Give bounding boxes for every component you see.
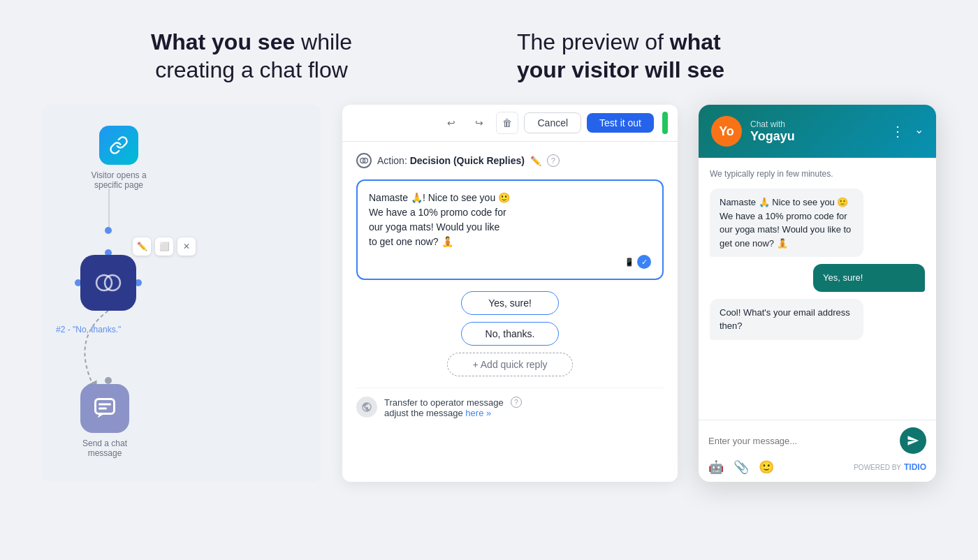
chat-node-label: Send a chatmessage — [82, 439, 127, 458]
left-header-bold: What you see — [151, 29, 295, 54]
quick-reply-1[interactable]: Yes, sure! — [461, 291, 559, 315]
flow-line-1 — [108, 189, 110, 230]
chat-node-icon — [92, 396, 117, 421]
right-header-normal: The preview of — [517, 29, 670, 54]
chat-business-name: Yogayu — [750, 129, 882, 144]
chat-node-wrapper: Send a chatmessage — [80, 384, 129, 458]
transfer-avatar — [356, 397, 377, 418]
flow-canvas: Visitor opens a specific page ✏️ ⬜ ✕ — [42, 105, 321, 482]
chat-header-actions: ⋮ ⌄ — [891, 123, 924, 140]
message-status-icon: 📱 — [625, 258, 634, 267]
chat-node[interactable] — [80, 384, 129, 433]
decision-node[interactable] — [80, 255, 136, 311]
close-button[interactable]: ✕ — [177, 237, 196, 256]
bot-message-1: Namaste 🙏 Nice to see you 🙂We have a 10%… — [710, 189, 863, 257]
action-header: Action: Decision (Quick Replies) ✏️ ? — [356, 153, 664, 168]
chat-header-info: Chat with Yogayu — [750, 119, 882, 144]
chat-widget: Yo Chat with Yogayu ⋮ ⌄ We typically rep… — [699, 105, 936, 482]
send-icon — [907, 434, 919, 447]
check-icon: ✓ — [637, 255, 651, 269]
action-help-icon[interactable]: ? — [547, 154, 560, 167]
cancel-button[interactable]: Cancel — [524, 112, 581, 133]
chevron-down-icon[interactable]: ⌄ — [914, 123, 924, 140]
tidio-logo: TIDIO — [904, 462, 926, 472]
powered-by: POWERED BY TIDIO — [854, 462, 926, 472]
action-type: Decision (Quick Replies) — [410, 155, 525, 166]
user-message: Yes, sure! — [813, 264, 925, 292]
copy-button[interactable]: ⬜ — [155, 237, 173, 256]
send-button[interactable] — [900, 427, 926, 454]
transfer-avatar-icon — [361, 401, 372, 413]
message-text: Namaste 🙏! Nice to see you 🙂We have a 10… — [369, 191, 651, 249]
action-edit-icon[interactable]: ✏️ — [530, 156, 541, 166]
transfer-sub-label: adjust the message — [384, 408, 463, 418]
flow-dot-2 — [105, 377, 112, 384]
transfer-sub: adjust the message here » — [384, 408, 522, 418]
chat-toolbar: 🤖 📎 🙂 POWERED BY TIDIO — [708, 459, 926, 475]
status-bar — [662, 112, 668, 134]
top-headers: What you see whilecreating a chat flow T… — [42, 28, 936, 84]
quick-reply-2[interactable]: No, thanks. — [461, 322, 559, 346]
decision-icon — [94, 269, 122, 297]
preview-panel: Yo Chat with Yogayu ⋮ ⌄ We typically rep… — [699, 105, 936, 482]
decision-node-wrapper — [80, 255, 136, 311]
trigger-node: Visitor opens a specific page — [84, 126, 154, 190]
link-icon — [109, 135, 129, 155]
reply-time: We typically reply in few minutes. — [710, 169, 925, 179]
editor-toolbar: ↩ ↪ 🗑 Cancel Test it out — [342, 105, 678, 142]
right-header: The preview of whatyour visitor will see — [489, 28, 936, 84]
page-wrapper: What you see whilecreating a chat flow T… — [0, 0, 978, 560]
avatar-text: Yo — [719, 124, 734, 139]
transfer-info: Transfer to operator message ? adjust th… — [384, 397, 522, 418]
chat-body: We typically reply in few minutes. Namas… — [699, 158, 936, 420]
attachment-icon[interactable]: 📎 — [734, 459, 749, 475]
transfer-help-icon[interactable]: ? — [511, 397, 522, 408]
transfer-section: Transfer to operator message ? adjust th… — [356, 388, 664, 427]
message-bubble[interactable]: Namaste 🙏! Nice to see you 🙂We have a 10… — [356, 179, 664, 280]
left-header: What you see whilecreating a chat flow — [42, 28, 489, 84]
action-type-icon — [356, 153, 372, 168]
action-buttons: ✏️ ⬜ ✕ — [133, 237, 196, 256]
transfer-title-row: Transfer to operator message ? — [384, 397, 522, 408]
transfer-link[interactable]: here » — [465, 408, 491, 418]
transfer-label: Transfer to operator message — [384, 397, 504, 408]
flow-dot-1 — [105, 227, 112, 234]
delete-button[interactable]: 🗑 — [496, 112, 518, 134]
chat-footer: 🤖 📎 🙂 POWERED BY TIDIO — [699, 420, 936, 482]
main-content: Visitor opens a specific page ✏️ ⬜ ✕ — [42, 105, 936, 482]
quick-replies-container: Yes, sure! No, thanks. + Add quick reply — [356, 291, 664, 376]
trigger-label: Visitor opens a specific page — [84, 170, 154, 190]
test-button[interactable]: Test it out — [587, 113, 654, 133]
chat-input-area — [708, 427, 926, 454]
chat-avatar: Yo — [711, 116, 742, 147]
chat-with-label: Chat with — [750, 119, 882, 129]
chat-input[interactable] — [708, 436, 893, 446]
powered-by-label: POWERED BY — [854, 464, 901, 471]
add-quick-reply-button[interactable]: + Add quick reply — [447, 353, 573, 376]
emoji-sticker-icon[interactable]: 🤖 — [708, 459, 724, 475]
bot-message-2: Cool! What's your email address then? — [710, 299, 863, 340]
action-label: Action: — [377, 155, 407, 166]
edit-button[interactable]: ✏️ — [133, 237, 151, 256]
trigger-icon — [99, 126, 138, 165]
redo-button[interactable]: ↪ — [468, 112, 490, 134]
chat-header: Yo Chat with Yogayu ⋮ ⌄ — [699, 105, 936, 158]
message-meta: 📱 ✓ — [369, 255, 651, 269]
curved-arrow — [63, 311, 133, 395]
more-options-icon[interactable]: ⋮ — [891, 123, 905, 140]
undo-button[interactable]: ↩ — [440, 112, 462, 134]
svg-rect-2 — [96, 399, 115, 414]
flow-panel: Visitor opens a specific page ✏️ ⬜ ✕ — [42, 105, 321, 482]
action-title-text: Action: Decision (Quick Replies) — [377, 155, 525, 166]
editor-body: Action: Decision (Quick Replies) ✏️ ? Na… — [342, 142, 678, 482]
editor-panel: ↩ ↪ 🗑 Cancel Test it out — [342, 105, 678, 482]
circles-icon — [360, 156, 368, 165]
emoji-icon[interactable]: 🙂 — [759, 459, 774, 475]
